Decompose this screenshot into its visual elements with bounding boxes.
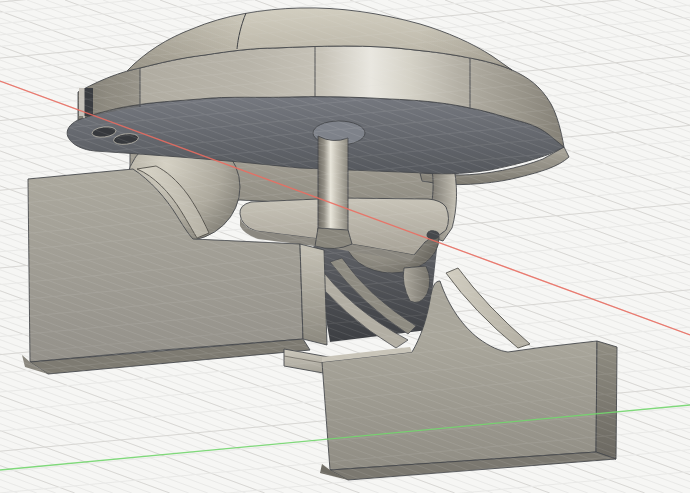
scene-canvas[interactable] bbox=[0, 0, 690, 493]
viewport-3d[interactable] bbox=[0, 0, 690, 493]
